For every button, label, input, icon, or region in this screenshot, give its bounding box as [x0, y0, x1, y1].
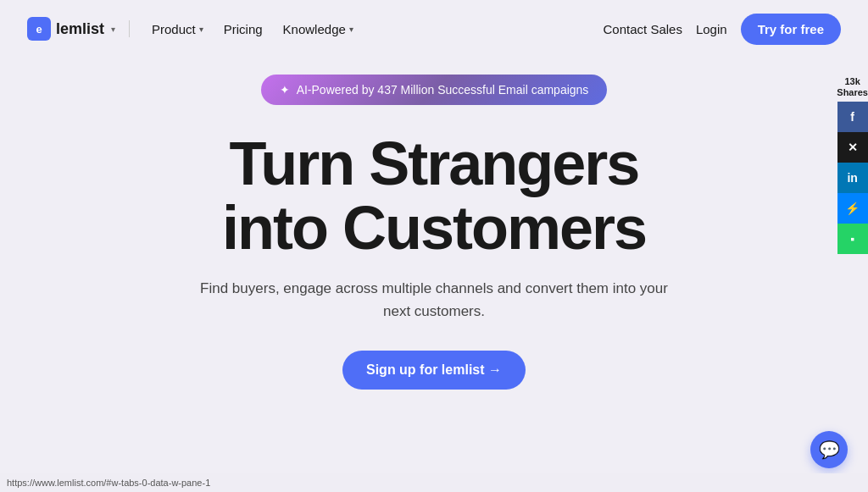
- status-url: https://www.lemlist.com/#w-tabs-0-data-w…: [7, 478, 210, 488]
- hero-subtext: Find buyers, engage across multiple chan…: [197, 277, 671, 323]
- login-button[interactable]: Login: [696, 22, 727, 36]
- messenger-share-button[interactable]: ⚡: [837, 193, 868, 224]
- nav-knowledge[interactable]: Knowledge ▾: [275, 17, 362, 41]
- nav-pricing[interactable]: Pricing: [215, 17, 271, 41]
- status-bar: https://www.lemlist.com/#w-tabs-0-data-w…: [0, 473, 868, 492]
- badge-star-icon: ✦: [280, 83, 290, 97]
- product-chevron-icon: ▾: [199, 25, 203, 34]
- try-free-button[interactable]: Try for free: [741, 14, 841, 45]
- logo-chevron-icon: ▾: [111, 25, 115, 34]
- social-sidebar: 13k Shares f ✕ in ⚡ ▪: [837, 76, 868, 254]
- nav-product[interactable]: Product ▾: [143, 17, 212, 41]
- chat-bubble-button[interactable]: 💬: [810, 431, 848, 468]
- navbar-right: Contact Sales Login Try for free: [604, 14, 841, 45]
- hero-section: ✦ AI-Powered by 437 Million Successful E…: [0, 58, 868, 390]
- linkedin-share-button[interactable]: in: [837, 163, 868, 193]
- logo-area[interactable]: e lemlist ▾: [27, 17, 115, 41]
- nav-links: Product ▾ Pricing Knowledge ▾: [143, 17, 362, 41]
- contact-sales-link[interactable]: Contact Sales: [604, 22, 682, 36]
- hero-heading: Turn Strangers into Customers: [222, 132, 646, 260]
- navbar: e lemlist ▾ Product ▾ Pricing Knowledge …: [0, 0, 868, 58]
- ai-badge[interactable]: ✦ AI-Powered by 437 Million Successful E…: [261, 75, 608, 105]
- nav-divider: [129, 20, 130, 37]
- navbar-left: e lemlist ▾ Product ▾ Pricing Knowledge …: [27, 17, 362, 41]
- badge-text: AI-Powered by 437 Million Successful Ema…: [297, 83, 589, 97]
- twitter-share-button[interactable]: ✕: [837, 132, 868, 163]
- logo-icon: e: [27, 17, 51, 41]
- signup-button[interactable]: Sign up for lemlist →: [342, 351, 526, 390]
- facebook-share-button[interactable]: f: [837, 102, 868, 132]
- logo-text: lemlist: [56, 20, 104, 38]
- knowledge-chevron-icon: ▾: [349, 25, 353, 34]
- whatsapp-share-button[interactable]: ▪: [837, 224, 868, 254]
- shares-count: 13k Shares: [837, 76, 868, 98]
